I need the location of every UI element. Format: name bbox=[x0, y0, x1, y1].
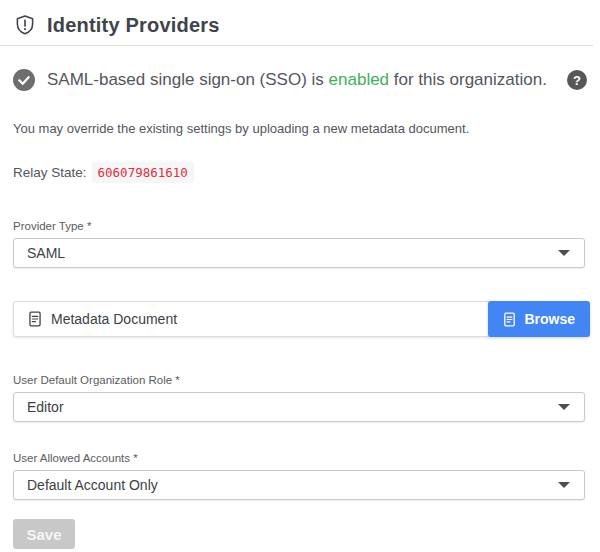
browse-button[interactable]: Browse bbox=[488, 301, 590, 337]
shield-exclamation-icon bbox=[14, 13, 36, 37]
chevron-down-icon bbox=[558, 404, 570, 410]
metadata-upload-row: Metadata Document Browse bbox=[13, 301, 590, 337]
relay-state-row: Relay State: 606079861610 bbox=[13, 162, 587, 183]
sso-status-text: SAML-based single sign-on (SSO) is enabl… bbox=[47, 70, 547, 90]
chevron-down-icon bbox=[558, 482, 570, 488]
sso-status-row: SAML-based single sign-on (SSO) is enabl… bbox=[13, 69, 587, 91]
document-icon bbox=[28, 311, 42, 327]
default-role-group: User Default Organization Role * Editor bbox=[13, 374, 585, 422]
metadata-file-input[interactable]: Metadata Document bbox=[13, 301, 490, 337]
provider-type-group: Provider Type * SAML bbox=[13, 220, 585, 268]
page-header: Identity Providers bbox=[0, 0, 600, 45]
override-description: You may override the existing settings b… bbox=[13, 121, 587, 136]
relay-state-label: Relay State: bbox=[13, 165, 87, 180]
help-icon[interactable]: ? bbox=[567, 70, 587, 90]
page-title: Identity Providers bbox=[47, 14, 220, 37]
chevron-down-icon bbox=[558, 250, 570, 256]
allowed-accounts-group: User Allowed Accounts * Default Account … bbox=[13, 452, 585, 500]
default-role-label: User Default Organization Role * bbox=[13, 374, 585, 386]
check-circle-icon bbox=[13, 69, 35, 91]
provider-type-label: Provider Type * bbox=[13, 220, 585, 232]
relay-state-value: 606079861610 bbox=[92, 162, 194, 183]
metadata-placeholder: Metadata Document bbox=[51, 311, 177, 327]
sso-enabled-highlight: enabled bbox=[329, 70, 390, 89]
allowed-accounts-value: Default Account Only bbox=[27, 477, 158, 493]
default-role-value: Editor bbox=[27, 399, 64, 415]
allowed-accounts-select[interactable]: Default Account Only bbox=[13, 470, 585, 500]
provider-type-select[interactable]: SAML bbox=[13, 238, 585, 268]
header-divider bbox=[0, 45, 593, 46]
default-role-select[interactable]: Editor bbox=[13, 392, 585, 422]
browse-button-label: Browse bbox=[524, 311, 575, 327]
document-icon-white bbox=[503, 312, 516, 327]
save-button[interactable]: Save bbox=[13, 519, 75, 549]
provider-type-value: SAML bbox=[27, 245, 65, 261]
allowed-accounts-label: User Allowed Accounts * bbox=[13, 452, 585, 464]
